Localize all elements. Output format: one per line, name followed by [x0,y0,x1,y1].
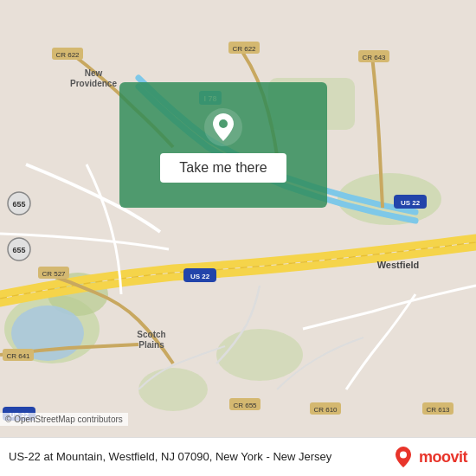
moovit-pin-icon [391,445,415,469]
svg-text:CR 622: CR 622 [232,45,256,53]
svg-text:Plains: Plains [138,340,164,350]
svg-text:CR 610: CR 610 [313,406,338,414]
svg-text:CR 622: CR 622 [55,51,80,59]
svg-text:655: 655 [12,246,25,254]
svg-point-6 [216,329,303,381]
svg-text:CR 655: CR 655 [233,402,257,409]
svg-point-43 [400,452,407,459]
svg-text:Westfield: Westfield [377,260,420,270]
svg-text:CR 613: CR 613 [426,406,450,414]
svg-text:US 22: US 22 [401,199,421,207]
svg-text:US 22: US 22 [190,273,210,280]
svg-text:655: 655 [12,200,25,209]
address-text: US-22 at Mountain, Westfield, NJ 07090, … [9,449,391,465]
take-me-there-button[interactable]: Take me there [160,153,286,183]
map-svg: I 78 CR 622 CR 622 CR 643 US 22 US 22 65… [0,0,476,476]
svg-text:Providence: Providence [70,79,117,88]
highlight-box: Take me there [119,82,327,208]
svg-text:New: New [85,68,103,78]
location-pin-icon [204,108,242,146]
copyright-bar: © OpenStreetMap contributors [0,413,128,426]
svg-text:CR 643: CR 643 [362,54,386,61]
moovit-brand-label: moovit [419,448,467,466]
svg-text:Scotch: Scotch [137,330,165,339]
svg-text:CR 641: CR 641 [6,352,30,360]
bottom-bar: US-22 at Mountain, Westfield, NJ 07090, … [0,437,476,476]
map-container: I 78 CR 622 CR 622 CR 643 US 22 US 22 65… [0,0,476,476]
svg-point-42 [219,119,228,128]
svg-text:CR 527: CR 527 [42,270,66,278]
moovit-logo: moovit [391,445,467,469]
svg-point-5 [138,368,208,411]
